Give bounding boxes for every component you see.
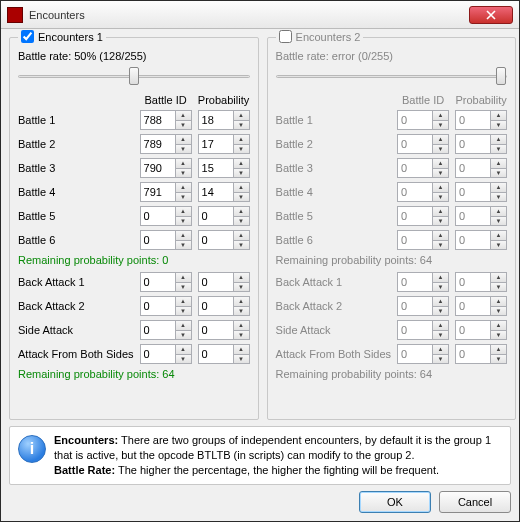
battle1-id-4-input[interactable]: [141, 207, 175, 225]
extra2-prob-0[interactable]: ▲▼: [455, 272, 507, 292]
spin-up-icon[interactable]: ▲: [490, 111, 506, 120]
extra1-id-2[interactable]: ▲▼: [140, 320, 192, 340]
spin-up-icon[interactable]: ▲: [490, 231, 506, 240]
battle2-prob-5[interactable]: ▲▼: [455, 230, 507, 250]
spin-down-icon[interactable]: ▼: [490, 120, 506, 130]
extra1-id-3[interactable]: ▲▼: [140, 344, 192, 364]
battle2-id-1[interactable]: ▲▼: [397, 134, 449, 154]
battle2-prob-3[interactable]: ▲▼: [455, 182, 507, 202]
battle2-prob-3-input[interactable]: [456, 183, 490, 201]
extra1-id-1[interactable]: ▲▼: [140, 296, 192, 316]
battle2-prob-1[interactable]: ▲▼: [455, 134, 507, 154]
battle2-id-3[interactable]: ▲▼: [397, 182, 449, 202]
spin-down-icon[interactable]: ▼: [233, 306, 249, 316]
extra2-prob-0-input[interactable]: [456, 273, 490, 291]
battle2-prob-4-input[interactable]: [456, 207, 490, 225]
spin-down-icon[interactable]: ▼: [233, 330, 249, 340]
battle1-prob-2[interactable]: ▲▼: [198, 158, 250, 178]
battle1-id-3-input[interactable]: [141, 183, 175, 201]
battle2-id-5-input[interactable]: [398, 231, 432, 249]
spin-up-icon[interactable]: ▲: [432, 297, 448, 306]
battle1-prob-1[interactable]: ▲▼: [198, 134, 250, 154]
battle2-id-3-input[interactable]: [398, 183, 432, 201]
battle1-id-5-input[interactable]: [141, 231, 175, 249]
spin-up-icon[interactable]: ▲: [432, 321, 448, 330]
spin-down-icon[interactable]: ▼: [432, 306, 448, 316]
spin-down-icon[interactable]: ▼: [233, 216, 249, 226]
spin-down-icon[interactable]: ▼: [490, 240, 506, 250]
spin-down-icon[interactable]: ▼: [432, 282, 448, 292]
spin-up-icon[interactable]: ▲: [432, 183, 448, 192]
battle2-prob-1-input[interactable]: [456, 135, 490, 153]
battle2-id-4[interactable]: ▲▼: [397, 206, 449, 226]
spin-down-icon[interactable]: ▼: [175, 168, 191, 178]
extra1-prob-2[interactable]: ▲▼: [198, 320, 250, 340]
battle1-id-4[interactable]: ▲▼: [140, 206, 192, 226]
spin-down-icon[interactable]: ▼: [233, 144, 249, 154]
battle2-id-5[interactable]: ▲▼: [397, 230, 449, 250]
battle2-prob-0[interactable]: ▲▼: [455, 110, 507, 130]
spin-down-icon[interactable]: ▼: [432, 168, 448, 178]
spin-up-icon[interactable]: ▲: [175, 273, 191, 282]
spin-down-icon[interactable]: ▼: [432, 144, 448, 154]
extra2-id-0-input[interactable]: [398, 273, 432, 291]
ok-button[interactable]: OK: [359, 491, 431, 513]
extra2-prob-1-input[interactable]: [456, 297, 490, 315]
encounters-1-checkbox[interactable]: [21, 30, 34, 43]
spin-up-icon[interactable]: ▲: [175, 345, 191, 354]
battle2-id-0[interactable]: ▲▼: [397, 110, 449, 130]
extra2-id-2[interactable]: ▲▼: [397, 320, 449, 340]
extra1-prob-1[interactable]: ▲▼: [198, 296, 250, 316]
slider-thumb[interactable]: [129, 67, 139, 85]
battle1-prob-0-input[interactable]: [199, 111, 233, 129]
spin-down-icon[interactable]: ▼: [233, 192, 249, 202]
battle1-id-2[interactable]: ▲▼: [140, 158, 192, 178]
slider-thumb[interactable]: [496, 67, 506, 85]
battle1-prob-2-input[interactable]: [199, 159, 233, 177]
extra1-prob-0[interactable]: ▲▼: [198, 272, 250, 292]
spin-up-icon[interactable]: ▲: [233, 321, 249, 330]
extra2-id-2-input[interactable]: [398, 321, 432, 339]
battle1-prob-5[interactable]: ▲▼: [198, 230, 250, 250]
spin-down-icon[interactable]: ▼: [175, 306, 191, 316]
battle1-id-1-input[interactable]: [141, 135, 175, 153]
spin-down-icon[interactable]: ▼: [490, 354, 506, 364]
spin-up-icon[interactable]: ▲: [432, 207, 448, 216]
battle2-id-1-input[interactable]: [398, 135, 432, 153]
spin-down-icon[interactable]: ▼: [233, 240, 249, 250]
extra2-id-1[interactable]: ▲▼: [397, 296, 449, 316]
battle2-id-4-input[interactable]: [398, 207, 432, 225]
extra1-prob-1-input[interactable]: [199, 297, 233, 315]
extra2-id-0[interactable]: ▲▼: [397, 272, 449, 292]
spin-up-icon[interactable]: ▲: [490, 159, 506, 168]
battle1-id-0[interactable]: ▲▼: [140, 110, 192, 130]
spin-up-icon[interactable]: ▲: [233, 183, 249, 192]
spin-up-icon[interactable]: ▲: [432, 273, 448, 282]
spin-down-icon[interactable]: ▼: [175, 144, 191, 154]
extra2-id-1-input[interactable]: [398, 297, 432, 315]
spin-up-icon[interactable]: ▲: [490, 135, 506, 144]
spin-down-icon[interactable]: ▼: [432, 216, 448, 226]
spin-up-icon[interactable]: ▲: [233, 207, 249, 216]
battle1-id-2-input[interactable]: [141, 159, 175, 177]
battle1-prob-0[interactable]: ▲▼: [198, 110, 250, 130]
spin-up-icon[interactable]: ▲: [175, 231, 191, 240]
spin-down-icon[interactable]: ▼: [233, 354, 249, 364]
battle1-id-1[interactable]: ▲▼: [140, 134, 192, 154]
close-button[interactable]: [469, 6, 513, 24]
spin-up-icon[interactable]: ▲: [490, 345, 506, 354]
battle1-id-3[interactable]: ▲▼: [140, 182, 192, 202]
spin-down-icon[interactable]: ▼: [490, 330, 506, 340]
spin-up-icon[interactable]: ▲: [175, 135, 191, 144]
spin-up-icon[interactable]: ▲: [432, 345, 448, 354]
battle2-id-2[interactable]: ▲▼: [397, 158, 449, 178]
spin-up-icon[interactable]: ▲: [233, 231, 249, 240]
extra2-prob-1[interactable]: ▲▼: [455, 296, 507, 316]
extra1-prob-2-input[interactable]: [199, 321, 233, 339]
spin-down-icon[interactable]: ▼: [233, 120, 249, 130]
spin-down-icon[interactable]: ▼: [175, 354, 191, 364]
extra1-id-1-input[interactable]: [141, 297, 175, 315]
spin-down-icon[interactable]: ▼: [490, 192, 506, 202]
spin-down-icon[interactable]: ▼: [432, 354, 448, 364]
battle1-prob-4-input[interactable]: [199, 207, 233, 225]
